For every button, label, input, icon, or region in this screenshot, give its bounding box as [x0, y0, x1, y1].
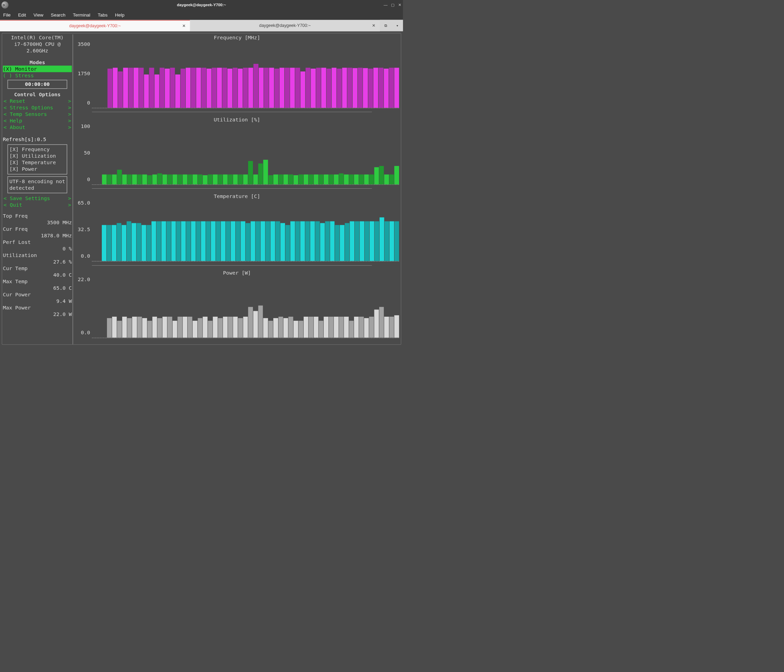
tab-close-icon[interactable]: ✕	[182, 23, 186, 28]
opt-about[interactable]: < About>	[3, 124, 72, 131]
timer: 00:00:00	[8, 80, 67, 88]
stat-max-temp-label: Max Temp	[3, 278, 72, 285]
charts-area: Frequency [MHz] 3500 1750 0 ————————————…	[73, 34, 401, 344]
titlebar: daygeek@daygeek-Y700:~ — ▢ ✕	[0, 0, 403, 10]
tab-inactive-label: daygeek@daygeek-Y700:~	[259, 23, 311, 28]
chart-frequency-bars	[92, 41, 399, 108]
chart-temperature-yaxis: 65.0 32.5 0.0	[75, 199, 92, 261]
stat-top-freq-value: 3500 MHz	[3, 219, 72, 226]
mode-monitor[interactable]: (X) Monitor	[3, 65, 72, 72]
chart-frequency: Frequency [MHz] 3500 1750 0 ————————————…	[75, 34, 399, 115]
menu-edit[interactable]: Edit	[18, 12, 26, 18]
plot-toggles: [X] Frequency [X] Utilization [X] Temper…	[8, 144, 67, 174]
toggle-frequency[interactable]: [X] Frequency	[9, 146, 65, 153]
stat-max-temp-value: 65.0 C	[3, 285, 72, 292]
menu-file[interactable]: File	[3, 12, 11, 18]
close-icon[interactable]: ✕	[398, 3, 401, 7]
modes-title: Modes	[3, 59, 72, 65]
stat-cur-freq-value: 1878.0 MHz	[3, 233, 72, 239]
tab-active-label: daygeek@daygeek-Y700:~	[69, 23, 121, 28]
new-tab-icon[interactable]: ⧉	[384, 23, 387, 28]
cpu-line2: i7-6700HQ CPU @	[3, 41, 72, 48]
tab-close-icon[interactable]: ✕	[372, 23, 375, 28]
opt-stress-options[interactable]: < Stress Options>	[3, 104, 72, 111]
opt-temp-sensors[interactable]: < Temp Sensors>	[3, 111, 72, 118]
toggle-temperature[interactable]: [X] Temperature	[9, 159, 65, 166]
chart-power-yaxis: 22.0 0.0	[75, 276, 92, 338]
stat-cur-power-label: Cur Power	[3, 292, 72, 298]
stat-top-freq-label: Top Freq	[3, 213, 72, 219]
stat-cur-temp-label: Cur Temp	[3, 265, 72, 272]
toggle-utilization[interactable]: [X] Utilization	[9, 153, 65, 159]
menu-terminal[interactable]: Terminal	[73, 12, 90, 18]
stat-cur-temp-value: 40.0 C	[3, 272, 72, 278]
stat-perf-lost-label: Perf Lost	[3, 239, 72, 245]
tab-inactive[interactable]: daygeek@daygeek-Y700:~ ✕	[190, 20, 380, 31]
stat-cur-freq-label: Cur Freq	[3, 226, 72, 233]
tab-active[interactable]: daygeek@daygeek-Y700:~ ✕	[0, 20, 190, 31]
utf8-warning: UTF-8 encoding not detected	[8, 176, 67, 193]
chart-frequency-yaxis: 3500 1750 0	[75, 41, 92, 108]
stat-max-power-value: 22.0 W	[3, 311, 72, 318]
terminal-area: Intel(R) Core(TM) i7-6700HQ CPU @ 2.60GH…	[2, 33, 401, 345]
menu-view[interactable]: View	[33, 12, 44, 18]
minimize-icon[interactable]: —	[384, 3, 387, 7]
chart-utilization-bars	[92, 123, 399, 185]
stat-max-power-label: Max Power	[3, 304, 72, 311]
refresh-label: Refresh[s]:0.5	[3, 136, 72, 143]
opt-reset[interactable]: < Reset>	[3, 98, 72, 104]
opt-quit[interactable]: < Quit>	[3, 202, 72, 208]
chart-utilization: Utilization [%] 100 50 0 ———————————————…	[75, 116, 399, 191]
stat-util-value: 27.6 %	[3, 259, 72, 265]
menu-tabs[interactable]: Tabs	[98, 12, 107, 18]
chart-temperature: Temperature [C] 65.0 32.5 0.0 ——————————…	[75, 193, 399, 268]
stat-perf-lost-value: 0 %	[3, 245, 72, 252]
stat-util-label: Utilization	[3, 252, 72, 259]
opt-help[interactable]: < Help>	[3, 118, 72, 124]
maximize-icon[interactable]: ▢	[391, 3, 395, 7]
chart-power: Power [W] 22.0 0.0	[75, 269, 399, 338]
menubar: File Edit View Search Terminal Tabs Help	[0, 10, 403, 20]
opt-save-settings[interactable]: < Save Settings>	[3, 195, 72, 202]
tab-dropdown-icon[interactable]: ▾	[396, 23, 398, 28]
cpu-line3: 2.60GHz	[3, 48, 72, 54]
toggle-power[interactable]: [X] Power	[9, 166, 65, 172]
cpu-line1: Intel(R) Core(TM)	[3, 34, 72, 41]
chart-power-bars	[92, 276, 399, 338]
control-options-title: Control Options	[3, 92, 72, 98]
app-icon	[2, 2, 9, 9]
chart-temperature-bars	[92, 199, 399, 261]
mode-stress[interactable]: ( ) Stress	[3, 72, 72, 79]
menu-help[interactable]: Help	[115, 12, 124, 18]
chart-utilization-yaxis: 100 50 0	[75, 123, 92, 185]
tabbar: daygeek@daygeek-Y700:~ ✕ daygeek@daygeek…	[0, 20, 403, 31]
menu-search[interactable]: Search	[51, 12, 65, 18]
window-title: daygeek@daygeek-Y700:~	[177, 3, 226, 7]
stat-cur-power-value: 9.4 W	[3, 298, 72, 304]
sidebar: Intel(R) Core(TM) i7-6700HQ CPU @ 2.60GH…	[2, 34, 73, 344]
